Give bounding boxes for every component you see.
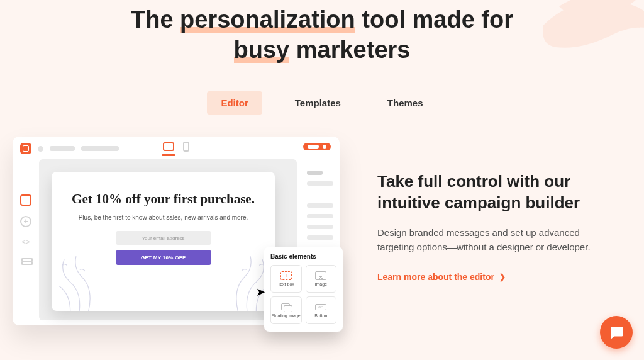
chevron-right-icon: ❯ <box>499 273 506 281</box>
preview-popup: Get 10% off your first purchase. Plus, b… <box>52 172 275 311</box>
image-icon <box>315 271 326 280</box>
preview-left-rail: <> <box>13 159 39 325</box>
popup-email-input: Your email address <box>116 231 211 245</box>
hero-line1-post: tool made for <box>355 6 513 33</box>
decorative-swoosh <box>537 0 644 82</box>
feature-heading: Take full control with our intuitive cam… <box>377 171 604 214</box>
placeholder-line <box>81 146 119 151</box>
element-label: Image <box>315 282 327 287</box>
feature-body: Design branded messages and set up advan… <box>377 225 604 255</box>
element-label: Floating image <box>272 313 301 318</box>
learn-more-label: Learn more about the editor <box>377 272 494 282</box>
hero-line1-pre: The <box>131 6 180 33</box>
rail-layers-icon <box>20 256 31 265</box>
popup-subtext: Plus, be the first to know about sales, … <box>69 213 257 222</box>
rail-code-icon: <> <box>20 237 31 246</box>
element-label: Text box <box>278 282 294 287</box>
cursor-icon: ➤ <box>256 285 265 299</box>
feature-description: Take full control with our intuitive cam… <box>377 137 604 283</box>
tab-templates[interactable]: Templates <box>281 91 355 115</box>
basic-elements-panel: Basic elements T Text box Image Floating… <box>264 247 343 332</box>
placeholder-line <box>50 146 75 151</box>
popup-heading: Get 10% off your first purchase. <box>69 191 257 207</box>
popup-cta-button: GET MY 10% OFF <box>116 250 211 265</box>
floating-image-icon <box>280 303 292 312</box>
hero-line2-post: marketers <box>289 37 410 63</box>
chat-icon <box>608 324 625 340</box>
element-image: Image <box>306 265 337 293</box>
floral-decoration <box>52 235 100 311</box>
chat-button[interactable] <box>600 316 633 349</box>
elements-panel-title: Basic elements <box>270 253 336 260</box>
hero-highlight-2: busy <box>234 35 290 65</box>
placeholder-dot <box>38 146 43 152</box>
rail-display-icon <box>20 194 31 206</box>
mobile-device-icon <box>183 142 189 152</box>
rail-add-icon <box>20 216 31 227</box>
preview-toggle <box>303 143 331 150</box>
preview-toolbar <box>13 137 340 159</box>
element-floating-image: Floating image <box>270 296 302 324</box>
editor-preview: <> Get 10% off your first purchase. Plus… <box>13 137 340 325</box>
tab-editor[interactable]: Editor <box>207 91 262 115</box>
element-label: Button <box>314 313 327 318</box>
learn-more-link[interactable]: Learn more about the editor ❯ <box>377 272 506 282</box>
text-box-icon: T <box>280 271 292 280</box>
element-text-box: T Text box <box>270 265 302 293</box>
element-button: GO Button <box>306 296 337 324</box>
feature-tabs: Editor Templates Themes <box>0 91 644 115</box>
app-logo-icon <box>20 143 31 154</box>
button-icon: GO <box>315 304 326 310</box>
desktop-device-icon <box>163 142 174 151</box>
hero-highlight-1: personalization <box>180 5 355 35</box>
tab-themes[interactable]: Themes <box>374 91 437 115</box>
